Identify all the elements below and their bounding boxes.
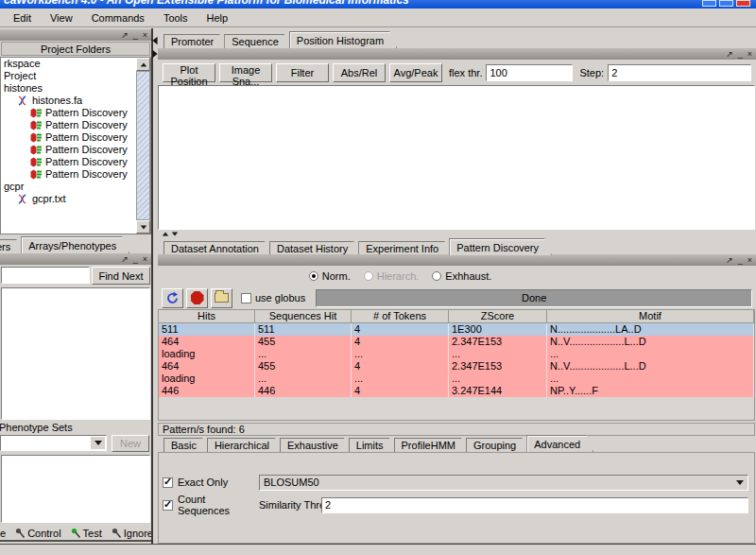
globus-checkbox[interactable] [241,293,251,304]
tree-item[interactable]: histones [1,82,150,95]
tree-item[interactable]: Pattern Discovery [1,156,150,168]
radio-option[interactable]: Hierarch. [364,270,420,282]
vertical-splitter[interactable] [151,28,158,544]
collapse-down-icon[interactable] [172,233,178,236]
tree-item[interactable]: Pattern Discovery [1,107,150,119]
phenotype-set-combo[interactable] [0,435,107,451]
column-header[interactable]: ZScore [449,310,547,322]
menu-item[interactable]: Help [198,10,238,26]
matrix-combo[interactable]: BLOSUM50 [259,475,748,491]
chevron-down-icon[interactable] [732,477,747,489]
tree-item[interactable]: histones.fa [1,95,150,107]
histogram-canvas[interactable] [158,85,755,230]
close-icon[interactable]: × [143,31,147,40]
similarity-threshold-input[interactable] [321,497,748,513]
column-header[interactable]: Sequences Hit [255,310,352,322]
restore-icon[interactable]: ↗ [726,50,733,59]
minimize-icon[interactable]: _ [133,31,138,40]
view-tab[interactable]: Promoter [163,34,227,48]
new-phenotype-set-button[interactable]: New [112,435,149,452]
collapse-right-icon[interactable] [152,50,157,59]
dataset-tab[interactable]: Dataset Annotation [163,241,272,255]
tree-item[interactable]: gcpr [1,181,150,193]
view-tab[interactable]: Sequence [224,34,292,48]
count-sequences-checkbox[interactable] [163,500,173,511]
parameter-tab[interactable]: Grouping [466,438,529,452]
toolbar-button[interactable]: Image Sna... [219,63,272,82]
scroll-up-button[interactable] [136,58,150,71]
tree-item[interactable]: Pattern Discovery [1,144,150,156]
exact-only-checkbox[interactable] [163,477,173,488]
menu-item[interactable]: View [41,10,82,26]
test-button[interactable]: Test [71,528,102,539]
refresh-button[interactable] [162,288,183,308]
menu-item[interactable]: Commands [82,10,154,26]
tree-item[interactable]: Pattern Discovery [1,119,150,131]
chevron-down-icon[interactable] [91,437,105,449]
close-icon[interactable]: × [143,255,147,264]
flex-threshold-input[interactable] [486,64,573,81]
partial-button[interactable]: e [0,528,6,539]
restore-icon[interactable]: ↗ [121,31,129,40]
minimize-icon[interactable]: _ [738,256,743,265]
menu-item[interactable]: Edit [4,10,41,26]
restore-icon[interactable]: ↗ [726,256,733,265]
table-row[interactable]: 464 455 4 2.347E153 N..V................… [159,336,754,348]
view-tab[interactable]: Position Histogram [289,31,397,48]
table-row[interactable]: 511 511 4 1E300 N....................LA.… [159,323,754,336]
parameter-tab[interactable]: Advanced [526,435,593,452]
open-folder-button[interactable] [211,288,232,308]
dataset-tab[interactable]: Experiment Info [358,241,452,255]
tree-item[interactable]: rkspace [1,58,150,70]
tree-item[interactable]: Project [1,70,150,82]
search-input[interactable] [1,267,90,284]
stop-button[interactable] [186,288,208,308]
dataset-tab[interactable]: Dataset History [269,241,361,255]
parameter-tab[interactable]: Hierarchical [207,438,283,452]
toolbar-button[interactable]: Abs/Rel [333,63,386,82]
tree-item[interactable]: gcpr.txt [1,193,150,205]
step-input[interactable] [608,64,751,81]
tree-item[interactable]: Pattern Discovery [1,168,150,181]
minimize-icon[interactable]: _ [738,50,743,59]
column-header[interactable]: Motif [547,310,754,322]
minimize-button-icon[interactable] [702,0,716,7]
tree-scrollbar[interactable] [136,58,150,234]
radio-option[interactable]: Exhhaust. [432,270,491,282]
ignore-button[interactable]: Ignore [112,528,153,539]
toolbar-button[interactable]: Filter [276,63,329,82]
horizontal-splitter[interactable] [158,230,756,238]
close-icon[interactable]: × [747,50,752,59]
phenotype-list[interactable] [1,455,150,523]
toolbar-button[interactable]: Avg/Peak [389,63,442,82]
close-icon[interactable]: × [747,256,752,265]
table-row[interactable]: loading ... ... ... ... [159,348,754,360]
toolbar-button[interactable]: Plot Position [163,63,215,82]
maximize-button-icon[interactable] [719,0,733,7]
collapse-up-icon[interactable] [163,233,168,236]
minimize-icon[interactable]: _ [133,255,138,264]
table-row[interactable]: loading ... ... ... ... [159,373,754,385]
radio-option[interactable]: Norm. [309,270,351,282]
table-row[interactable]: 464 455 4 2.347E153 N..V................… [159,360,754,373]
scrollbar-track[interactable] [136,71,150,220]
table-row[interactable]: 446 446 4 3.247E144 NP..Y......F [159,385,754,397]
parameter-tab[interactable]: ProfileHMM [394,438,469,452]
collapse-left-icon[interactable] [152,37,157,45]
find-next-button[interactable]: Find Next [92,267,150,285]
scroll-down-button[interactable] [136,220,150,234]
parameter-tab[interactable]: Basic [163,438,210,452]
sidebar-tab[interactable]: ers [0,239,24,253]
column-header[interactable]: Hits [159,310,255,322]
restore-icon[interactable]: ↗ [121,255,129,264]
close-button-icon[interactable] [736,0,750,7]
control-button[interactable]: Control [15,528,60,539]
tree-item[interactable]: Pattern Discovery [1,131,150,144]
sidebar-tab[interactable]: Arrays/Phenotypes [21,236,129,253]
column-header[interactable]: # of Tokens [352,310,449,322]
parameter-tab[interactable]: Exhaustive [280,438,352,452]
dataset-tab[interactable]: Pattern Discovery [449,238,552,255]
menu-item[interactable]: Tools [154,10,198,26]
use-globus-option[interactable]: use globus [241,292,305,304]
parameter-tab[interactable]: Limits [349,438,397,452]
